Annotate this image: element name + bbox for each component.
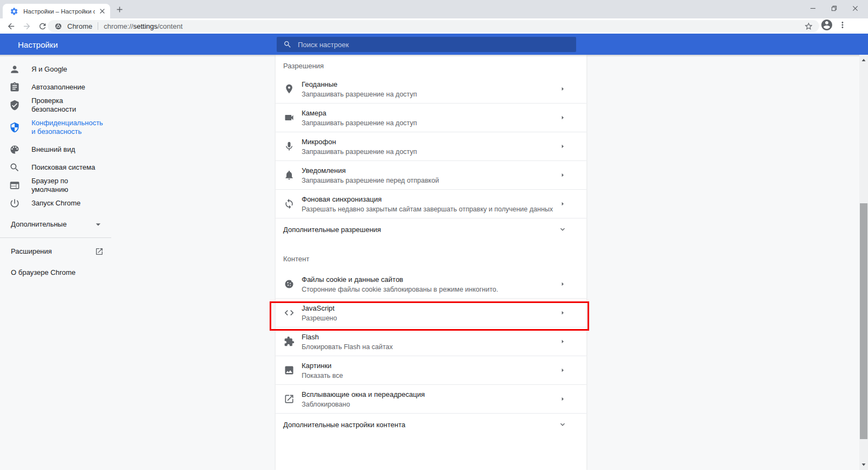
section-expander-0[interactable]: Дополнительные разрешения [276,218,586,240]
window-controls [802,0,866,16]
reload-button[interactable] [36,20,49,33]
popup-icon [283,393,295,405]
bookmark-star-icon[interactable] [802,20,815,33]
assignment-icon [9,82,20,93]
chevron-right-icon [558,199,567,208]
settings-card: РазрешенияГеоданныеЗапрашивать разрешени… [276,55,586,470]
search-icon [9,162,20,173]
chevron-right-icon [558,171,567,179]
sidebar-item-palette[interactable]: Внешний вид [0,140,111,158]
omnibox[interactable]: Chrome chrome://settings/content [48,20,819,32]
chrome-window: Настройки – Настройки сайта Chrome chrom [0,0,868,470]
sidebar-item-web[interactable]: Браузер по умолчанию [0,176,111,194]
active-tab[interactable]: Настройки – Настройки сайта [3,4,110,18]
section-expander-1[interactable]: Дополнительные настройки контента [276,414,586,435]
scroll-up-button[interactable] [859,56,868,65]
tab-title: Настройки – Настройки сайта [23,8,95,15]
security-icon [9,122,20,133]
row-mic[interactable]: МикрофонЗапрашивать разрешение на доступ [276,132,586,161]
forward-button[interactable] [20,20,33,33]
sidebar-item-power[interactable]: Запуск Chrome [0,194,111,212]
url-engine-label: Chrome [67,22,92,30]
sidebar-divider [0,237,111,238]
scroll-down-button[interactable] [859,460,868,469]
search-icon [283,40,292,49]
camera-icon [283,112,295,124]
sidebar-item-extensions[interactable]: Расширения [0,242,111,260]
page-info-icon[interactable] [54,22,62,30]
code-icon [283,307,295,319]
sidebar-item-about[interactable]: О браузере Chrome [0,263,111,281]
power-icon [9,198,20,209]
sidebar-item-security[interactable]: Конфиденциальность и безопасность [0,114,111,140]
scrollbar[interactable] [859,55,868,470]
row-text: ГеоданныеЗапрашивать разрешение на досту… [302,80,417,98]
row-bell[interactable]: УведомленияЗапрашивать разрешение перед … [276,161,586,190]
chevron-right-icon [558,280,567,288]
section-label: Контент [276,240,586,270]
row-text: Фоновая синхронизацияРазрешать недавно з… [302,195,553,213]
verified-icon [9,100,20,111]
chevron-right-icon [558,85,567,93]
location-icon [283,83,295,95]
sidebar-item-search[interactable]: Поисковая система [0,158,111,176]
sidebar-item-person[interactable]: Я и Google [0,60,111,78]
row-text: Файлы cookie и данные сайтовСторонние фа… [302,275,498,293]
row-text: FlashБлокировать Flash на сайтах [302,333,393,351]
settings-page: Я и GoogleАвтозаполнениеПроверка безопас… [0,55,868,470]
row-text: Всплывающие окна и переадресацияЗаблокир… [302,390,425,408]
chevron-down-icon [93,219,104,230]
tab-close-icon[interactable] [98,7,107,16]
new-tab-button[interactable] [115,5,124,14]
chevron-right-icon [558,366,567,375]
restore-button[interactable] [824,0,845,16]
settings-favicon-icon [10,7,18,16]
row-code[interactable]: JavaScriptРазрешено [276,299,586,327]
browser-toolbar: Chrome chrome://settings/content [0,18,868,34]
close-window-button[interactable] [845,0,866,16]
chevron-down-icon [558,420,567,429]
palette-icon [9,144,20,155]
row-cookie[interactable]: Файлы cookie и данные сайтовСторонние фа… [276,270,586,299]
mic-icon [283,140,295,152]
chevron-right-icon [558,337,567,346]
row-text: УведомленияЗапрашивать разрешение перед … [302,166,439,184]
row-text: JavaScriptРазрешено [302,304,337,322]
sidebar-item-assignment[interactable]: Автозаполнение [0,78,111,96]
row-popup[interactable]: Всплывающие окна и переадресацияЗаблокир… [276,385,586,414]
scrollbar-thumb[interactable] [860,203,867,439]
section-label: Разрешения [276,55,586,75]
sidebar-advanced-toggle[interactable]: Дополнительные [0,215,111,233]
row-location[interactable]: ГеоданныеЗапрашивать разрешение на досту… [276,75,586,104]
sidebar-list: Я и GoogleАвтозаполнениеПроверка безопас… [0,60,111,212]
external-link-icon [95,247,104,256]
chevron-right-icon [558,113,567,122]
tab-strip: Настройки – Настройки сайта [0,0,868,18]
row-sync[interactable]: Фоновая синхронизацияРазрешать недавно з… [276,190,586,218]
page-title: Настройки [18,40,58,49]
chevron-right-icon [558,395,567,403]
bell-icon [283,169,295,181]
profile-avatar-icon[interactable] [820,18,833,31]
url-separator [98,22,98,30]
row-puzzle[interactable]: FlashБлокировать Flash на сайтах [276,327,586,356]
row-image[interactable]: КартинкиПоказать все [276,356,586,385]
chevron-right-icon [558,308,567,317]
minimize-button[interactable] [802,0,824,16]
back-button[interactable] [4,20,17,33]
web-icon [9,180,20,191]
settings-header: Настройки Поиск настроек [0,34,868,55]
row-text: КартинкиПоказать все [302,362,343,379]
row-text: КамераЗапрашивать разрешение на доступ [302,109,417,127]
sidebar-nav: Я и GoogleАвтозаполнениеПроверка безопас… [0,60,111,281]
sidebar-item-verified[interactable]: Проверка безопасности [0,96,111,114]
sync-icon [283,198,295,210]
image-icon [283,364,295,376]
person-icon [9,64,20,75]
cookie-icon [283,278,295,290]
menu-dots-icon[interactable] [838,20,847,30]
url-text: chrome://settings/content [104,22,182,30]
chevron-right-icon [558,142,567,151]
row-camera[interactable]: КамераЗапрашивать разрешение на доступ [276,104,586,132]
settings-search-input[interactable]: Поиск настроек [277,37,576,52]
